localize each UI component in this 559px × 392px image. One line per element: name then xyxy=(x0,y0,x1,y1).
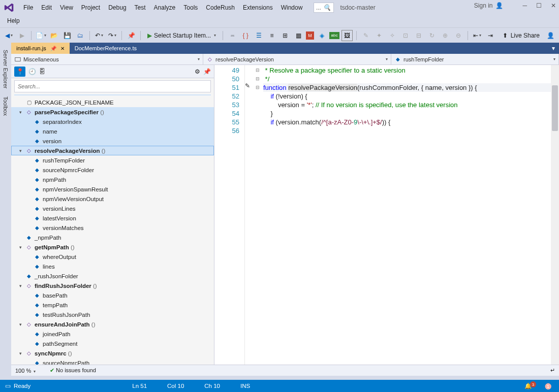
outline-item-rushTempFolder[interactable]: ◆rushTempFolder xyxy=(11,155,214,165)
outline-item-basePath[interactable]: ◆basePath xyxy=(11,290,214,300)
menu-file[interactable]: File xyxy=(19,2,37,13)
folding-margin[interactable]: ⊟⊟⊟ xyxy=(254,65,261,365)
tab-docmemberreference-ts[interactable]: DocMemberReference.ts xyxy=(70,43,142,54)
zoom-dropdown[interactable]: 100 % ▾ xyxy=(15,368,46,374)
new-project-button[interactable]: 📄▾ xyxy=(35,30,46,41)
expand-icon[interactable]: ▾ xyxy=(17,322,23,327)
expand-icon[interactable]: ▾ xyxy=(17,148,23,153)
expand-icon[interactable]: ▾ xyxy=(17,351,23,356)
undo-button[interactable]: ↶▾ xyxy=(94,30,105,41)
expand-icon[interactable]: ▾ xyxy=(17,245,23,250)
toolbar-icon-indent[interactable]: ⇤▾ xyxy=(472,30,483,41)
toolbar-icon-wand[interactable]: ✎ xyxy=(360,30,371,41)
code-editor[interactable]: ⬍ 4950515253545556 ✎ ⊟⊟⊟ * Resolve a pac… xyxy=(214,65,559,365)
menu-test[interactable]: Test xyxy=(131,2,150,13)
toolbar-icon-x3[interactable]: ⊡ xyxy=(400,30,411,41)
toolbar-icon-abc[interactable]: abc xyxy=(329,32,339,39)
toolbar-icon-image[interactable]: 🖼 xyxy=(341,30,353,41)
menu-tools[interactable]: Tools xyxy=(179,2,202,13)
outline-item-separatorIndex[interactable]: ◆separatorIndex xyxy=(11,117,214,126)
outline-item-parsePackageSpecifier[interactable]: ▾◇parsePackageSpecifier () xyxy=(11,107,214,117)
toolbar-icon-outdent[interactable]: ⇥ xyxy=(485,30,496,41)
outline-item-npmVersionSpawnResult[interactable]: ◆npmVersionSpawnResult xyxy=(11,184,214,194)
outline-clock-icon[interactable]: 🕘 xyxy=(28,68,36,75)
toolbar-icon-layers[interactable]: ▦ xyxy=(293,30,304,41)
open-file-button[interactable]: 📂 xyxy=(48,30,59,41)
save-button[interactable]: 💾 xyxy=(61,30,73,41)
redo-button[interactable]: ↷▾ xyxy=(107,30,118,41)
close-icon[interactable]: ✕ xyxy=(60,46,65,51)
toolbar-icon-grid[interactable]: ⊞ xyxy=(280,30,291,41)
status-ins[interactable]: INS xyxy=(240,383,250,389)
vertical-scrollbar[interactable] xyxy=(551,65,559,365)
scrollbar-thumb[interactable] xyxy=(552,85,558,131)
toolbar-icon-align[interactable]: ≡ xyxy=(266,30,277,41)
pin-icon[interactable]: 📌 xyxy=(50,46,56,51)
outline-item-lines[interactable]: ◆lines xyxy=(11,262,214,271)
outline-item-whereOutput[interactable]: ◆whereOutput xyxy=(11,252,214,262)
notification-bell[interactable]: 🔔3 xyxy=(524,382,538,390)
outline-item-versionLines[interactable]: ◆versionLines xyxy=(11,204,214,213)
outline-item-joinedPath[interactable]: ◆joinedPath xyxy=(11,329,214,339)
status-col[interactable]: Col 10 xyxy=(167,383,184,389)
minimize-button[interactable]: ─ xyxy=(522,2,527,9)
toolbar-icon-list[interactable]: ☰ xyxy=(253,30,264,41)
toolbox-tab[interactable]: Toolbox xyxy=(2,92,10,120)
outline-item-_rushJsonFolder[interactable]: ◆_rushJsonFolder xyxy=(11,271,214,281)
error-indicator[interactable]: ⬤1 xyxy=(545,382,554,389)
outline-item-pathSegment[interactable]: ◆pathSegment xyxy=(11,339,214,348)
outline-item-_npmPath[interactable]: ◆_npmPath xyxy=(11,233,214,242)
menu-project[interactable]: Project xyxy=(77,2,104,13)
quick-launch-search[interactable]: ... 🔍 xyxy=(314,3,334,13)
line-ending-indicator[interactable]: ↵ xyxy=(550,367,555,374)
outline-gear-icon[interactable]: ⚙ xyxy=(195,68,200,75)
toolbar-icon-1[interactable]: ⎓ xyxy=(227,30,238,41)
tab-overflow-button[interactable]: ▾ xyxy=(548,45,559,52)
outline-item-PACKAGE_JSON_FILENAME[interactable]: ▢PACKAGE_JSON_FILENAME xyxy=(11,97,214,107)
status-ch[interactable]: Ch 10 xyxy=(204,383,220,389)
menu-view[interactable]: View xyxy=(56,2,77,13)
attach-button[interactable]: 📌 xyxy=(126,30,137,41)
toolbar-icon-x6[interactable]: ⊖ xyxy=(453,30,464,41)
close-button[interactable]: ✕ xyxy=(551,2,556,9)
outline-item-name[interactable]: ◆name xyxy=(11,126,214,136)
outline-item-version[interactable]: ◆version xyxy=(11,136,214,146)
feedback-button[interactable]: 👤 xyxy=(545,30,556,41)
nav-scope-dropdown[interactable]: Miscellaneous ▾ xyxy=(11,54,203,64)
sign-in-button[interactable]: Sign in 👤 xyxy=(474,2,504,9)
status-line[interactable]: Ln 51 xyxy=(132,383,147,389)
outline-item-resolvePackageVersion[interactable]: ▾◇resolvePackageVersion () xyxy=(11,146,214,155)
toolbar-icon-marker[interactable]: ◈ xyxy=(316,30,327,41)
outline-item-ensureAndJoinPath[interactable]: ▾◇ensureAndJoinPath () xyxy=(11,319,214,329)
menu-analyze[interactable]: Analyze xyxy=(150,2,180,13)
server-explorer-tab[interactable]: Server Explorer xyxy=(2,46,10,92)
menu-coderush[interactable]: CodeRush xyxy=(202,2,239,13)
liveshare-button[interactable]: ⬆ Live Share xyxy=(500,32,543,39)
outline-item-npmPath[interactable]: ◆npmPath xyxy=(11,175,214,184)
outline-item-latestVersion[interactable]: ◆latestVersion xyxy=(11,213,214,223)
menu-window[interactable]: Window xyxy=(277,2,307,13)
outline-pin-icon[interactable]: 📌 xyxy=(203,68,211,75)
toolbar-icon-x2[interactable]: ✧ xyxy=(387,30,398,41)
menu-help[interactable]: Help xyxy=(3,15,24,26)
maximize-button[interactable]: ☐ xyxy=(536,2,542,9)
save-all-button[interactable]: 🗂 xyxy=(75,30,86,41)
toolbar-icon-refresh[interactable]: ↻ xyxy=(426,30,438,41)
outline-search-input[interactable]: Search... xyxy=(14,80,211,92)
outline-item-sourceNpmrcPath[interactable]: ◆sourceNpmrcPath xyxy=(11,358,214,365)
outline-db-icon[interactable]: 🗄 xyxy=(39,68,45,75)
outline-item-sourceNpmrcFolder[interactable]: ◆sourceNpmrcFolder xyxy=(11,165,214,175)
issues-status[interactable]: ✔ No issues found xyxy=(50,367,96,374)
outline-item-getNpmPath[interactable]: ▾◇getNpmPath () xyxy=(11,242,214,252)
outline-item-npmViewVersionOutput[interactable]: ◆npmViewVersionOutput xyxy=(11,194,214,204)
nav-member-dropdown[interactable]: ◇ resolvePackageVersion ▾ xyxy=(203,54,391,64)
nav-forward-button[interactable]: ▶ xyxy=(16,30,27,41)
nav-local-dropdown[interactable]: ◆ rushTempFolder ▾ xyxy=(391,54,559,64)
toolbar-icon-x5[interactable]: ⊕ xyxy=(440,30,451,41)
toolbar-icon-m[interactable]: M xyxy=(306,31,314,40)
outline-item-findRushJsonFolder[interactable]: ▾◇findRushJsonFolder () xyxy=(11,281,214,290)
toolbar-icon-braces[interactable]: { } xyxy=(240,30,251,41)
tab-install-run-js[interactable]: install-run.js 📌 ✕ xyxy=(11,43,70,54)
startup-item-selector[interactable]: ▶ Select Startup Item... ▾ xyxy=(144,32,219,39)
outline-item-syncNpmrc[interactable]: ▾◇syncNpmrc () xyxy=(11,348,214,358)
